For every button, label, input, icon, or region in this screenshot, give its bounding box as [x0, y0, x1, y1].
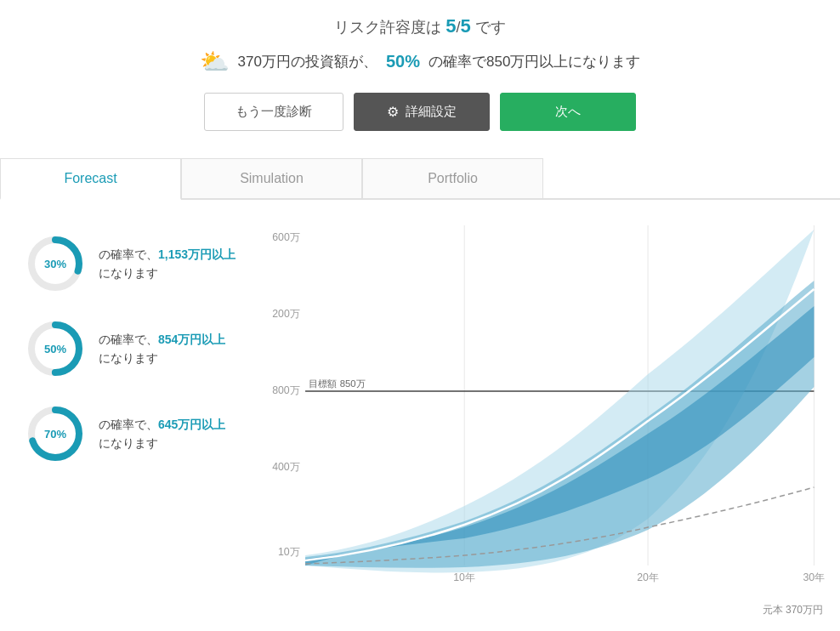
stat-suffix-30: になります	[99, 266, 158, 280]
donut-label-30: 30%	[44, 258, 66, 270]
svg-text:10年: 10年	[453, 571, 475, 583]
svg-text:800万: 800万	[272, 384, 300, 396]
settings-icon: ⚙	[387, 104, 399, 120]
svg-text:30年: 30年	[803, 571, 825, 583]
stat-row-30: 30% の確率で、1,153万円以上 になります	[26, 234, 255, 293]
risk-label-text: リスク許容度は	[334, 19, 441, 36]
svg-text:20年: 20年	[637, 571, 659, 583]
svg-text:400万: 400万	[272, 461, 300, 473]
next-button[interactable]: 次へ	[500, 93, 636, 131]
retry-button[interactable]: もう一度診断	[204, 93, 343, 131]
donut-70: 70%	[26, 404, 85, 463]
top-section: リスク許容度は 5/5 です ⛅ 370万円の投資額が、 50% の確率で850…	[0, 0, 840, 158]
chart-footer: 元本 370万円	[0, 603, 840, 617]
risk-suffix: です	[475, 19, 506, 36]
stat-amount-70: 645万円以上	[158, 418, 225, 431]
stat-text-50: の確率で、854万円以上 になります	[99, 330, 225, 368]
summary-prefix: 370万円の投資額が、	[238, 52, 377, 71]
main-content: 30% の確率で、1,153万円以上 になります 50% の確率で、854万円以…	[0, 200, 840, 600]
svg-text:1200万: 1200万	[272, 308, 300, 320]
weather-icon: ⛅	[200, 48, 230, 76]
principal-label: 元本 370万円	[763, 604, 823, 616]
stat-amount-50: 854万円以上	[158, 333, 225, 346]
stat-row-50: 50% の確率で、854万円以上 になります	[26, 319, 255, 378]
risk-title: リスク許容度は 5/5 です	[0, 15, 840, 37]
stat-row-70: 70% の確率で、645万円以上 になります	[26, 404, 255, 463]
donut-label-70: 70%	[44, 428, 66, 441]
summary-suffix: の確率で850万円以上になります	[429, 52, 640, 71]
settings-button[interactable]: ⚙ 詳細設定	[354, 93, 490, 131]
tabs-row: Forecast Simulation Portfolio	[0, 158, 840, 200]
tab-forecast[interactable]: Forecast	[0, 158, 181, 200]
tab-simulation[interactable]: Simulation	[181, 158, 362, 198]
risk-total: 5	[461, 15, 471, 37]
stat-prefix-30: の確率で、	[99, 247, 158, 261]
forecast-chart: 1600万 1200万 800万 400万 10万 10年 20年 30年 目標…	[272, 217, 831, 591]
settings-label: 詳細設定	[406, 104, 457, 120]
svg-text:1600万: 1600万	[272, 231, 300, 243]
stat-suffix-50: になります	[99, 351, 158, 365]
stat-text-30: の確率で、1,153万円以上 になります	[99, 245, 236, 283]
left-panel: 30% の確率で、1,153万円以上 になります 50% の確率で、854万円以…	[0, 217, 272, 591]
summary-pct: 50%	[386, 52, 420, 71]
stat-text-70: の確率で、645万円以上 になります	[99, 415, 225, 453]
summary-line: ⛅ 370万円の投資額が、 50% の確率で850万円以上になります	[0, 48, 840, 76]
svg-text:10万: 10万	[278, 546, 300, 558]
donut-50: 50%	[26, 319, 85, 378]
stat-prefix-50: の確率で、	[99, 333, 158, 346]
stat-amount-30: 1,153万円以上	[158, 247, 236, 261]
risk-value: 5	[446, 15, 456, 37]
svg-text:目標額 850万: 目標額 850万	[309, 378, 366, 389]
chart-area: 1600万 1200万 800万 400万 10万 10年 20年 30年 目標…	[272, 217, 840, 591]
stat-suffix-70: になります	[99, 436, 158, 450]
stat-prefix-70: の確率で、	[99, 418, 158, 431]
donut-label-50: 50%	[44, 343, 66, 355]
tab-portfolio[interactable]: Portfolio	[362, 158, 543, 198]
donut-30: 30%	[26, 234, 85, 293]
button-row: もう一度診断 ⚙ 詳細設定 次へ	[0, 93, 840, 131]
